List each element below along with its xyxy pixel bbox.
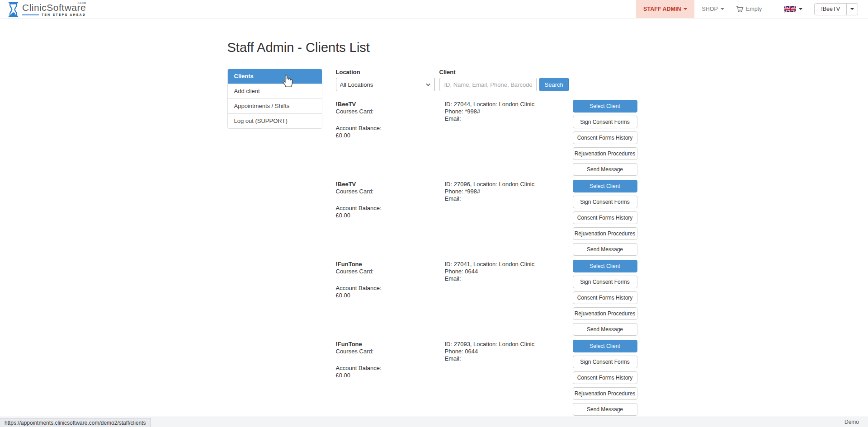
- courses-card-label: Courses Card:: [336, 348, 445, 355]
- hourglass-logo-icon: [7, 2, 19, 19]
- location-select[interactable]: All Locations: [336, 78, 435, 91]
- client-name[interactable]: !FunTone: [336, 341, 445, 348]
- current-client-dropdown-toggle[interactable]: [846, 4, 858, 15]
- client-name[interactable]: !BeeTV: [336, 181, 445, 188]
- status-url-tooltip: https://appointments.clinicsoftware.com/…: [0, 418, 151, 427]
- clients-list: !BeeTV Courses Card: Account Balance: £0…: [336, 100, 641, 416]
- send-message-button[interactable]: Send Message: [573, 163, 637, 176]
- account-balance-label: Account Balance:: [336, 285, 445, 292]
- chevron-down-icon: [721, 8, 724, 10]
- shop-menu[interactable]: SHOP: [695, 0, 730, 18]
- main-column: Location All Locations Client Search: [336, 69, 641, 420]
- account-balance-value: £0.00: [336, 372, 445, 379]
- client-email-label: Email:: [445, 195, 573, 202]
- brand-tagline-row: TEN STEPS AHEAD: [22, 13, 86, 16]
- client-phone: Phone: 0644: [445, 348, 573, 355]
- sign-consent-forms-button[interactable]: Sign Consent Forms: [573, 116, 637, 128]
- select-client-button[interactable]: Select Client: [573, 260, 637, 272]
- sign-consent-forms-button[interactable]: Sign Consent Forms: [573, 276, 637, 288]
- send-message-button[interactable]: Send Message: [573, 403, 637, 416]
- rejuvenation-procedures-button[interactable]: Rejuvenation Procedures: [573, 387, 637, 400]
- rejuvenation-procedures-button[interactable]: Rejuvenation Procedures: [573, 307, 637, 320]
- client-search-form: Location All Locations Client Search: [336, 69, 641, 91]
- language-menu[interactable]: [780, 0, 807, 18]
- top-header: ClinicSoftware .com TEN STEPS AHEAD STAF…: [0, 0, 868, 19]
- client-contact-column: ID: 27093, Location: London Clinic Phone…: [445, 340, 573, 362]
- brand-tld: .com: [77, 0, 86, 5]
- sidebar-menu: Clients Add client Appointments / Shifts…: [227, 69, 322, 129]
- cart-status-label: Empty: [746, 6, 762, 12]
- client-actions-column: Select Client Sign Consent Forms Consent…: [573, 340, 637, 416]
- rejuvenation-procedures-button[interactable]: Rejuvenation Procedures: [573, 147, 637, 160]
- client-actions-column: Select Client Sign Consent Forms Consent…: [573, 100, 637, 176]
- client-summary-column: !FunTone Courses Card: Account Balance: …: [336, 260, 445, 299]
- sidebar-item-add-client[interactable]: Add client: [228, 84, 322, 99]
- clinicsoftware-logo[interactable]: ClinicSoftware .com TEN STEPS AHEAD: [0, 0, 86, 18]
- client-row: !BeeTV Courses Card: Account Balance: £0…: [336, 100, 641, 176]
- sidebar-item-appointments-shifts[interactable]: Appointments / Shifts: [228, 99, 322, 113]
- sidebar-item-logout[interactable]: Log out (SUPPORT): [228, 113, 322, 128]
- client-contact-column: ID: 27096, Location: London Clinic Phone…: [445, 180, 573, 202]
- client-id-location: ID: 27096, Location: London Clinic: [445, 181, 573, 188]
- sign-consent-forms-button[interactable]: Sign Consent Forms: [573, 196, 637, 208]
- courses-card-label: Courses Card:: [336, 188, 445, 195]
- client-actions-column: Select Client Sign Consent Forms Consent…: [573, 260, 637, 336]
- content-row: Clients Add client Appointments / Shifts…: [227, 69, 641, 420]
- chevron-down-icon: [850, 8, 854, 10]
- consent-forms-history-button[interactable]: Consent Forms History: [573, 371, 637, 384]
- cart-icon: [736, 6, 744, 13]
- send-message-button[interactable]: Send Message: [573, 243, 637, 256]
- search-button[interactable]: Search: [539, 78, 569, 91]
- client-phone: Phone: *998#: [445, 188, 573, 195]
- staff-admin-label: STAFF ADMIN: [643, 6, 681, 12]
- rejuvenation-procedures-button[interactable]: Rejuvenation Procedures: [573, 227, 637, 240]
- client-actions-column: Select Client Sign Consent Forms Consent…: [573, 180, 637, 256]
- sign-consent-forms-button[interactable]: Sign Consent Forms: [573, 356, 637, 368]
- client-label: Client: [439, 69, 537, 75]
- client-id-location: ID: 27044, Location: London Clinic: [445, 101, 573, 108]
- location-select-wrap: All Locations: [336, 78, 435, 91]
- client-summary-column: !FunTone Courses Card: Account Balance: …: [336, 340, 445, 379]
- select-client-button[interactable]: Select Client: [573, 340, 637, 352]
- client-row: !BeeTV Courses Card: Account Balance: £0…: [336, 180, 641, 256]
- client-search-input[interactable]: [439, 78, 537, 91]
- account-balance-label: Account Balance:: [336, 365, 445, 372]
- account-balance-value: £0.00: [336, 132, 445, 139]
- select-client-button[interactable]: Select Client: [573, 180, 637, 192]
- brand-tagline: TEN STEPS AHEAD: [42, 13, 86, 16]
- logo-text: ClinicSoftware .com TEN STEPS AHEAD: [22, 2, 86, 16]
- consent-forms-history-button[interactable]: Consent Forms History: [573, 131, 637, 144]
- client-phone: Phone: *998#: [445, 108, 573, 115]
- account-balance-value: £0.00: [336, 212, 445, 219]
- consent-forms-history-button[interactable]: Consent Forms History: [573, 291, 637, 304]
- client-contact-column: ID: 27044, Location: London Clinic Phone…: [445, 100, 573, 122]
- select-client-button[interactable]: Select Client: [573, 100, 637, 113]
- current-client-button[interactable]: !BeeTV: [815, 4, 846, 15]
- client-email-label: Email:: [445, 115, 573, 122]
- chevron-down-icon: [799, 8, 802, 10]
- client-row: !FunTone Courses Card: Account Balance: …: [336, 260, 641, 336]
- cart-button[interactable]: Empty: [731, 0, 767, 18]
- header-actions: STAFF ADMIN SHOP Empty: [636, 0, 868, 18]
- client-phone: Phone: 0644: [445, 268, 573, 275]
- uk-flag-icon: [784, 6, 796, 13]
- shop-label: SHOP: [702, 6, 717, 12]
- client-field-group: Client: [439, 69, 537, 91]
- client-email-label: Email:: [445, 275, 573, 282]
- client-name[interactable]: !FunTone: [336, 261, 445, 268]
- send-message-button[interactable]: Send Message: [573, 323, 637, 336]
- client-name[interactable]: !BeeTV: [336, 101, 445, 108]
- client-id-location: ID: 27041, Location: London Clinic: [445, 261, 573, 268]
- staff-admin-menu[interactable]: STAFF ADMIN: [636, 0, 694, 18]
- client-row: !FunTone Courses Card: Account Balance: …: [336, 340, 641, 416]
- client-email-label: Email:: [445, 355, 573, 362]
- brand-name: ClinicSoftware: [22, 2, 86, 13]
- client-contact-column: ID: 27041, Location: London Clinic Phone…: [445, 260, 573, 282]
- consent-forms-history-button[interactable]: Consent Forms History: [573, 211, 637, 224]
- demo-label: Demo: [844, 419, 859, 425]
- courses-card-label: Courses Card:: [336, 108, 445, 115]
- sidebar-item-clients[interactable]: Clients: [228, 69, 322, 84]
- account-balance-label: Account Balance:: [336, 205, 445, 212]
- account-balance-label: Account Balance:: [336, 125, 445, 132]
- courses-card-label: Courses Card:: [336, 268, 445, 275]
